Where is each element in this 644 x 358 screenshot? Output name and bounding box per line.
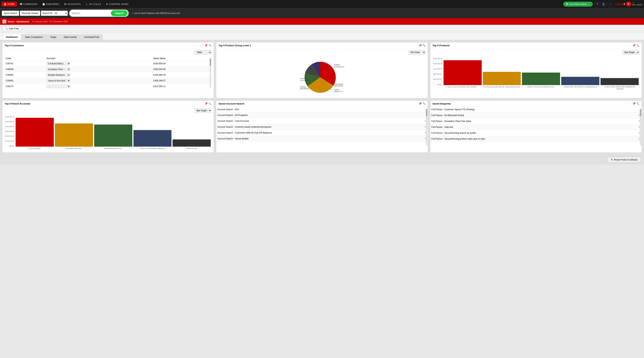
live-help-button[interactable]: Live Help Online ✓ (563, 2, 592, 7)
list-item[interactable]: Full Picture - Donaldson Plant Hire Sale… (430, 118, 642, 124)
parent-bar-2 (55, 123, 93, 147)
parent-bar-label-2: Donaldson Plant Hire (55, 148, 93, 150)
saved-account-scrollbar-thumb[interactable] (426, 109, 428, 116)
search-all-select[interactable]: All Accounts Products (53, 11, 68, 16)
view-select-parent: Bar Graph Table Pie Chart (4, 108, 212, 113)
pod-enquiries-expand-button[interactable]: 🔍 (636, 102, 640, 105)
bar-label-4: CHIPBOARD T&G (M/R) P5 2400x600x18mm (561, 86, 600, 90)
pod-expand-button[interactable]: 🔍 (208, 44, 212, 47)
pod-saved-expand-button[interactable]: 🔍 (422, 102, 426, 105)
list-item[interactable]: Full Picture - Top performing branch by … (430, 130, 642, 136)
list-item[interactable]: Full Picture - mike test ↻ (430, 124, 642, 130)
svg-text:Ironmongery: Ironmongery (334, 83, 343, 85)
nav-campaigns-label: CAMPAIGNS (23, 3, 38, 6)
help-icon-button[interactable]: ? (594, 1, 600, 7)
pod-parent-expand-button[interactable]: 🔍 (208, 102, 212, 105)
tab-command-post[interactable]: Command Post (80, 34, 103, 40)
forward-icon-button[interactable]: → (607, 1, 612, 7)
list-item[interactable]: Full Picture - DA Blackwell Global ↻ (430, 112, 642, 118)
pod-product-expand-button[interactable]: 🔍 (422, 44, 426, 47)
enquiries-scrollbar-track[interactable] (640, 108, 641, 146)
pie-chart-svg: Building £2,503,010.57 Plumbing £1,910,6… (298, 58, 346, 95)
products-bar-chart-inner: £200,000.00 £160,000.00 £120,000.00 £80,… (433, 58, 639, 85)
quick-search-buttons: Quick Search Recently Viewed Search All … (2, 11, 68, 16)
reset-pods-button[interactable]: ↻ Reset Pods to Default (607, 157, 641, 163)
search-submit-button[interactable]: Search (111, 10, 128, 16)
pod-top5-customers: Top 5 Customers 📌 🔍 Table Bar Graph Pie … (2, 42, 214, 98)
bar-4 (561, 77, 600, 85)
enquiries-scrollbar-thumb[interactable] (640, 109, 641, 116)
pod-pin-button[interactable]: 📌 (204, 44, 208, 47)
parent-bar-1 (16, 118, 54, 147)
cell-value: £463,565.68 (152, 67, 212, 72)
cell-code: C00645 (4, 72, 45, 78)
campaigns-icon: 📢 (20, 3, 22, 6)
pod-product-pin-button[interactable]: 📌 (418, 44, 422, 47)
svg-text:Heating: Heating (300, 86, 306, 88)
search-all-dropdown[interactable]: Search All All Accounts Products (41, 11, 68, 16)
saved-account-scrollbar-track[interactable] (426, 108, 428, 146)
scrollbar-thumb[interactable] (210, 59, 211, 66)
tab-dashboard[interactable]: Dashboard (2, 34, 21, 40)
date-filter-button[interactable]: 🔍 Date Filter (2, 26, 22, 31)
search-input[interactable] (70, 11, 110, 16)
list-item[interactable]: Account Search - Customers With 90 Day A… (216, 130, 428, 136)
pod-top5-customers-body: Table Bar Graph Pie Chart Code Account S… (2, 49, 214, 91)
tab-sales-activity[interactable]: Sales Activity (60, 34, 80, 40)
list-item[interactable]: Account Search - Cork Accounts ↻ (216, 118, 428, 124)
tab-sales-comparison[interactable]: Sales Comparison (22, 34, 46, 40)
pod-enquiries-pin-button[interactable]: 📌 (632, 102, 636, 105)
product-group-view-select[interactable]: Pie Chart Bar Graph Table (408, 50, 426, 55)
scrollbar-track[interactable] (210, 58, 211, 88)
table-row[interactable]: C00741 D A BLACKWELL £520,606.94 (4, 61, 212, 67)
pod-products-pin-button[interactable]: 📌 (632, 44, 636, 47)
nav-enquiries[interactable]: 📋 ENQUIRIES (40, 2, 62, 7)
user-icon-button[interactable]: 👤 (601, 1, 606, 7)
cell-account[interactable]: D A BLACKWELL (45, 61, 152, 67)
list-item[interactable]: Account Search - House Builder ↻ (216, 136, 428, 142)
products-view-select[interactable]: Bar Graph Table Pie Chart (622, 50, 640, 55)
cell-account[interactable]: James & Sons Buil... (45, 78, 152, 84)
cell-account[interactable]: Donaldson Plant ... (45, 67, 152, 72)
breadcrumb-date: P1 January 2018 - P11 November 2018 (32, 20, 68, 23)
cell-account[interactable]: Bentalls Shopfront... (45, 72, 152, 78)
customers-view-select[interactable]: Table Bar Graph Pie Chart (194, 50, 212, 55)
cell-code: C00648 (4, 67, 45, 72)
nav-mycalls-label: MY CALLS (90, 3, 101, 6)
pod-products-body: Bar Graph Table Pie Chart £200,000.00 £1… (430, 49, 642, 93)
nav-controlpanel[interactable]: ⚙ CONTROL PANEL (104, 2, 131, 7)
recently-viewed-button[interactable]: Recently Viewed (20, 11, 40, 16)
list-item[interactable]: Full Picture - Top performing product sa… (430, 136, 642, 142)
list-item[interactable]: Account Search - Coventry based customer… (216, 124, 428, 130)
list-item[interactable]: Account Search - All Prospects (216, 112, 428, 118)
table-row[interactable]: C00645 Bentalls Shopfront... £426,668.70 (4, 72, 212, 78)
pod-enquiries-header-icons: 📌 🔍 (632, 102, 640, 105)
pod-saved-pin-button[interactable]: 📌 (418, 102, 422, 105)
bar-label-5: TYVEK SUPRO BREATHER MEMBRANE 1.5Mx50M (600, 86, 639, 90)
pod-top5-products: Top 5 Products 📌 🔍 Bar Graph Table Pie C… (430, 42, 642, 98)
cell-value: £313,393.11 (152, 84, 212, 89)
cell-account[interactable]: ... (45, 84, 152, 89)
table-row[interactable]: C00173 ... £313,393.11 (4, 84, 212, 89)
table-row[interactable]: C00001 James & Sons Buil... £359,394.57 (4, 78, 212, 84)
ticker-bar: ⚠ out of stock! Replace with 800339 at s… (130, 12, 642, 15)
bar-label-3: 100mm STD SOLID DENSE BLOCK (522, 86, 560, 90)
search-input-wrap: Search (69, 9, 129, 17)
pod-products-expand-button[interactable]: 🔍 (636, 44, 640, 47)
nav-home[interactable]: 🏠 HOME (2, 2, 17, 7)
pod-parent-pin-button[interactable]: 📌 (204, 102, 208, 105)
home-icon: 🏠 (4, 3, 6, 6)
nav-campaigns[interactable]: 📢 CAMPAIGNS (17, 2, 40, 7)
parent-view-select[interactable]: Bar Graph Table Pie Chart (194, 108, 212, 113)
parent-bar-chart-inner: £600,000.00 £500,000.00 £400,000.00 £300… (5, 116, 211, 147)
nav-accounts[interactable]: 🏛 ACCOUNTS (62, 2, 83, 7)
tab-target[interactable]: Target (47, 34, 60, 40)
quick-search-button[interactable]: Quick Search (2, 11, 19, 16)
pod-product-header-icons: 📌 🔍 (418, 44, 426, 47)
nav-mycalls[interactable]: 📞 MY CALLS (83, 2, 103, 7)
pie-chart-container: Building £2,503,010.57 Plumbing £1,910,6… (218, 56, 425, 97)
svg-text:£1,910,695.51: £1,910,695.51 (300, 80, 310, 81)
list-item[interactable]: Account Search - AKA (216, 107, 428, 112)
list-item[interactable]: Full Picture - Customer Spend YTD (Rolli… (430, 107, 642, 112)
table-row[interactable]: C00648 Donaldson Plant ... £463,565.68 (4, 67, 212, 72)
